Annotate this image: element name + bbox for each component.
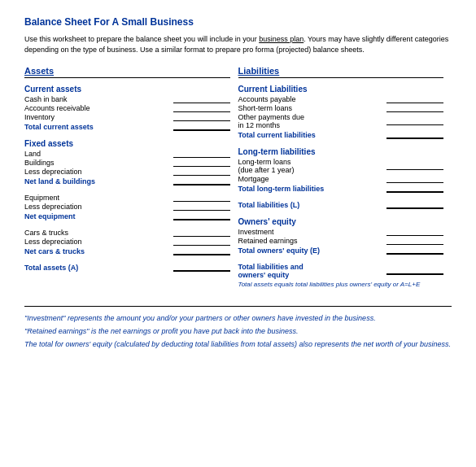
total-liab-equity-line — [386, 267, 443, 275]
input-line — [173, 150, 230, 158]
item-label: Inventory — [24, 113, 169, 121]
total-liab-equity-label: Total liabilities and owners' equity — [238, 263, 383, 279]
total-equity: Total owners' equity (E) — [238, 247, 444, 255]
total-label: Net equipment — [24, 212, 169, 220]
cars-section: Cars & trucks Less depreciation Net cars… — [24, 229, 230, 255]
longterm-liabilities-section: Long-term liabilities Long-term loans(du… — [238, 147, 444, 193]
input-line — [386, 228, 443, 236]
total-label: Total current liabilities — [238, 131, 383, 139]
total-assets-label: Total assets (A) — [24, 264, 169, 272]
total-assets-section: Total assets (A) — [24, 264, 230, 272]
list-item: Investment — [238, 228, 444, 236]
footnote-2: "Retained earnings" is the net earnings … — [24, 326, 452, 336]
footnotes-section: "Investment" represents the amount you a… — [24, 306, 452, 349]
liabilities-column: Liabilities Current Liabilities Accounts… — [238, 66, 452, 297]
total-liabilities-section: Total liabilities (L) — [238, 201, 444, 209]
total-liabilities-line — [386, 201, 443, 209]
current-assets-section: Current assets Cash in bank Accounts rec… — [24, 85, 230, 131]
total-equity-line — [386, 247, 443, 255]
total-label: Total current assets — [24, 123, 169, 131]
item-label: Accounts payable — [238, 95, 383, 103]
list-item: Long-term loans(due after 1 year) — [238, 158, 444, 174]
main-columns: Assets Current assets Cash in bank Accou… — [24, 66, 452, 297]
input-line — [173, 194, 230, 202]
input-line — [173, 238, 230, 246]
input-line — [173, 159, 230, 167]
item-label: Less depreciation — [24, 238, 169, 246]
longterm-title: Long-term liabilities — [238, 147, 444, 156]
input-line — [173, 203, 230, 211]
total-liab-equity: Total liabilities and owners' equity — [238, 263, 444, 279]
input-line — [173, 229, 230, 237]
item-label: Long-term loans(due after 1 year) — [238, 158, 383, 174]
net-equipment: Net equipment — [24, 212, 230, 220]
intro-text: Use this worksheet to prepare the balanc… — [24, 34, 452, 55]
total-line-underline — [173, 123, 230, 131]
list-item: Short-term loans — [238, 104, 444, 112]
input-line — [386, 162, 443, 170]
item-label: Less depreciation — [24, 168, 169, 176]
list-item: Land — [24, 150, 230, 158]
list-item: Accounts receivable — [24, 104, 230, 112]
list-item: Equipment — [24, 194, 230, 202]
page-title: Balance Sheet For A Small Business — [24, 16, 452, 28]
list-item: Less depreciation — [24, 168, 230, 176]
input-line — [173, 95, 230, 103]
list-item: Buildings — [24, 159, 230, 167]
list-item: Less depreciation — [24, 238, 230, 246]
list-item: Other payments duein 12 months — [238, 113, 444, 129]
assets-column: Assets Current assets Cash in bank Accou… — [24, 66, 238, 297]
list-item: Cars & trucks — [24, 229, 230, 237]
list-item: Accounts payable — [238, 95, 444, 103]
item-label: Investment — [238, 228, 383, 236]
total-line-underline — [386, 185, 443, 193]
total-liab-equity-section: Total liabilities and owners' equity Tot… — [238, 263, 444, 289]
net-land-buildings: Net land & buildings — [24, 177, 230, 185]
item-label: Equipment — [24, 194, 169, 202]
total-current-liabilities: Total current liabilities — [238, 131, 444, 139]
equity-section: Owners' equity Investment Retained earni… — [238, 217, 444, 255]
equipment-section: Equipment Less depreciation Net equipmen… — [24, 194, 230, 220]
item-label: Other payments duein 12 months — [238, 113, 383, 129]
fixed-assets-section: Fixed assets Land Buildings Less depreci… — [24, 139, 230, 185]
item-label: Mortgage — [238, 175, 383, 183]
total-label: Net cars & trucks — [24, 247, 169, 255]
item-label: Buildings — [24, 159, 169, 167]
total-liabilities-label: Total liabilities (L) — [238, 201, 383, 209]
footnote-3: The total for owners' equity (calculated… — [24, 339, 452, 349]
input-line — [386, 104, 443, 112]
total-equity-sub: Total assets equals total liabilities pl… — [238, 281, 444, 289]
equity-title: Owners' equity — [238, 217, 444, 226]
total-assets: Total assets (A) — [24, 264, 230, 272]
input-line — [173, 168, 230, 176]
total-assets-line — [173, 264, 230, 272]
current-liabilities-section: Current Liabilities Accounts payable Sho… — [238, 85, 444, 139]
net-cars: Net cars & trucks — [24, 247, 230, 255]
assets-header: Assets — [24, 66, 230, 78]
item-label: Less depreciation — [24, 203, 169, 211]
list-item: Inventory — [24, 113, 230, 121]
list-item: Mortgage — [238, 175, 444, 183]
total-line-underline — [173, 177, 230, 185]
item-label: Accounts receivable — [24, 104, 169, 112]
total-current-assets: Total current assets — [24, 123, 230, 131]
item-label: Retained earnings — [238, 237, 383, 245]
input-line — [173, 104, 230, 112]
input-line — [386, 117, 443, 125]
fixed-assets-title: Fixed assets — [24, 139, 230, 148]
item-label: Cars & trucks — [24, 229, 169, 237]
list-item: Less depreciation — [24, 203, 230, 211]
current-assets-title: Current assets — [24, 85, 230, 94]
input-line — [386, 237, 443, 245]
list-item: Retained earnings — [238, 237, 444, 245]
total-line-underline — [386, 131, 443, 139]
liabilities-header: Liabilities — [238, 66, 444, 78]
input-line — [386, 95, 443, 103]
total-line-underline — [173, 247, 230, 255]
total-liabilities: Total liabilities (L) — [238, 201, 444, 209]
current-liabilities-title: Current Liabilities — [238, 85, 444, 94]
total-longterm: Total long-term liabilities — [238, 185, 444, 193]
total-equity-label: Total owners' equity (E) — [238, 247, 383, 255]
item-label: Land — [24, 150, 169, 158]
footnote-1: "Investment" represents the amount you a… — [24, 313, 452, 323]
